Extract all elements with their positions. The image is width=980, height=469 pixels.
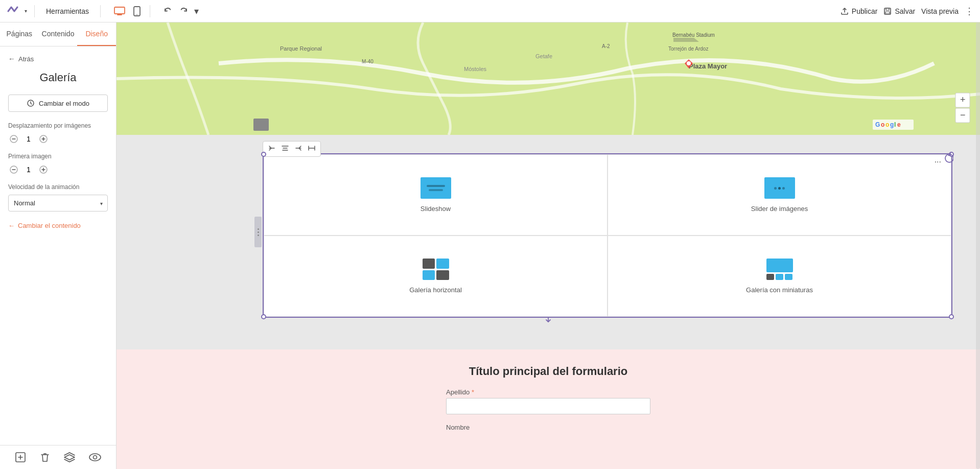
svg-text:G: G (875, 121, 880, 128)
change-content-arrow: ← (8, 222, 15, 229)
gh-cell-4 (436, 270, 449, 280)
svg-text:o: o (885, 121, 889, 128)
animation-speed-label: Velocidad de la animación (8, 183, 108, 191)
map-section: Parque Regional M-40 Móstoles Getafe A-2… (116, 22, 980, 135)
undo-redo-group: ▾ (161, 4, 201, 19)
svg-text:A-2: A-2 (602, 43, 610, 49)
redo-button[interactable] (177, 4, 190, 19)
mobile-icon[interactable] (131, 4, 143, 18)
svg-rect-5 (885, 12, 890, 14)
first-image-increase[interactable] (38, 164, 49, 175)
logo-chevron[interactable]: ▾ (25, 8, 27, 14)
slideshow-line-2 (429, 189, 443, 191)
herramientas-menu[interactable]: Herramientas (42, 5, 93, 17)
slider-dot-3 (782, 187, 785, 190)
slider-icon (764, 177, 795, 199)
save-label: Salvar (895, 7, 915, 15)
widget-options-button[interactable]: ··· (935, 157, 941, 167)
canvas-area: Parque Regional M-40 Móstoles Getafe A-2… (116, 22, 980, 469)
svg-point-12 (89, 454, 101, 461)
apellido-input[interactable] (446, 398, 650, 414)
save-button[interactable]: Salvar (883, 7, 915, 15)
slideshow-label: Slideshow (421, 205, 451, 213)
alignment-toolbar (263, 141, 321, 157)
tab-paginas[interactable]: Páginas (0, 22, 39, 46)
handle-bottom-right[interactable] (949, 314, 954, 319)
align-stretch-button[interactable] (306, 144, 317, 154)
add-element-button[interactable] (15, 452, 26, 463)
sidebar-bottom (0, 445, 116, 469)
rotation-handle[interactable] (943, 153, 953, 163)
first-image-decrease[interactable] (8, 164, 19, 175)
align-right-button[interactable] (293, 144, 304, 154)
svg-text:g: g (890, 121, 894, 128)
back-link[interactable]: ← Atrás (8, 55, 108, 63)
slider-dot-2 (778, 187, 781, 190)
required-star: * (472, 388, 474, 396)
align-left-button[interactable] (266, 144, 277, 154)
displacement-increase[interactable] (38, 133, 49, 145)
gallery-option-slider[interactable]: Slider de imágenes (608, 154, 951, 236)
svg-text:e: e (897, 121, 901, 128)
publish-button[interactable]: Publicar (841, 7, 878, 15)
svg-text:+: + (960, 95, 966, 105)
publish-label: Publicar (852, 7, 878, 15)
gh-cell-3 (423, 270, 435, 280)
handle-bottom-left[interactable] (261, 314, 266, 319)
svg-text:−: − (960, 110, 966, 120)
slider-label: Slider de imágenes (751, 205, 808, 213)
change-mode-label: Cambiar el modo (39, 100, 89, 107)
desktop-icon[interactable] (112, 5, 127, 18)
change-content-link[interactable]: ← Cambiar el contenido (8, 222, 108, 229)
first-image-counter: 1 (8, 164, 108, 175)
gallery-option-horizontal[interactable]: Galería horizontal (264, 236, 608, 317)
handle-top-left[interactable] (261, 152, 266, 157)
apellido-label: Apellido * (446, 388, 650, 396)
svg-text:Getafe: Getafe (535, 53, 552, 59)
gt-thumbs-row (766, 274, 793, 280)
layers-button[interactable] (64, 452, 75, 463)
logo[interactable] (6, 4, 20, 18)
undo-button[interactable] (161, 4, 175, 19)
visibility-button[interactable] (89, 452, 101, 463)
change-mode-button[interactable]: Cambiar el modo (8, 95, 108, 112)
nombre-label: Nombre (446, 424, 470, 431)
first-image-value: 1 (24, 166, 34, 174)
svg-text:Plaza Mayor: Plaza Mayor (689, 62, 727, 70)
form-title: Título principal del formulario (469, 365, 627, 378)
svg-text:M-40: M-40 (362, 59, 374, 64)
resize-handle-bottom[interactable] (544, 316, 553, 325)
divider-3 (150, 5, 150, 17)
gallery-horiz-icon (423, 259, 449, 280)
gh-cell-1 (423, 259, 435, 269)
sidebar-title: Galería (8, 71, 108, 84)
change-content-label: Cambiar el contenido (18, 222, 81, 229)
gt-main (766, 259, 793, 272)
svg-text:Móstoles: Móstoles (464, 66, 487, 72)
main-area: Páginas Contenido Diseño ← Atrás Galería… (0, 22, 980, 469)
back-label: Atrás (18, 55, 34, 63)
displacement-value: 1 (24, 135, 34, 143)
sidebar-content: ← Atrás Galería Cambiar el modo Desplaza… (0, 46, 116, 445)
svg-rect-0 (114, 7, 125, 14)
gallery-option-thumbnails[interactable]: Galería con miniaturas (608, 236, 951, 317)
svg-text:l: l (894, 121, 896, 128)
displacement-decrease[interactable] (8, 133, 19, 145)
align-center-button[interactable] (279, 144, 291, 154)
scrollbar-right[interactable] (976, 22, 980, 469)
displacement-counter: 1 (8, 133, 108, 145)
svg-point-13 (93, 456, 97, 459)
delete-button[interactable] (40, 452, 50, 463)
gallery-option-slideshow[interactable]: Slideshow (264, 154, 608, 236)
svg-text:Parque Regional: Parque Regional (280, 45, 322, 52)
toolbar-more-button[interactable]: ⋮ (965, 6, 974, 17)
drag-dot-2 (258, 231, 259, 233)
tab-diseno[interactable]: Diseño (77, 22, 116, 46)
preview-button[interactable]: Vista previa (921, 7, 959, 15)
speed-select[interactable]: Normal Lento Rápido (8, 195, 108, 212)
drag-handle-left[interactable] (254, 217, 262, 247)
more-options-button[interactable]: ▾ (192, 4, 201, 19)
device-icons (112, 4, 143, 18)
tab-contenido[interactable]: Contenido (39, 22, 78, 46)
gallery-widget: Slideshow Slider de imágenes (263, 153, 952, 318)
